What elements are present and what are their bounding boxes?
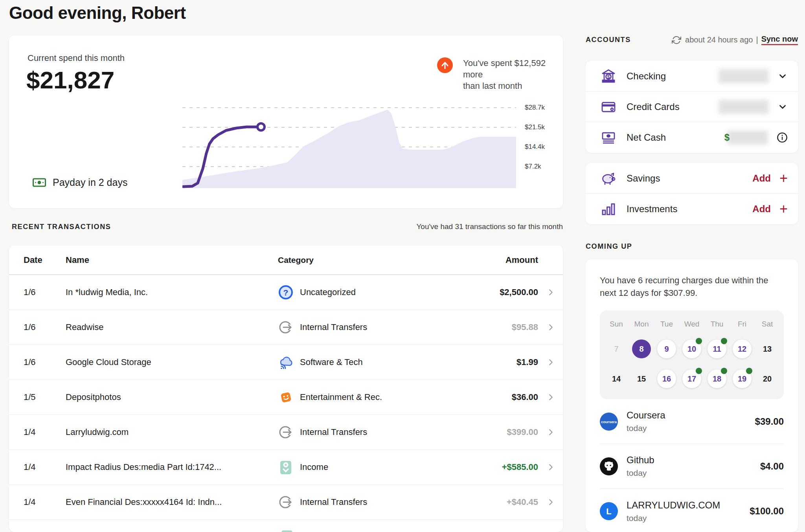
payday-indicator: Payday in 2 days <box>32 177 127 188</box>
table-row[interactable]: 1/4 Larryludwig.com Internal Transfers $… <box>9 415 563 450</box>
chevron-right-icon[interactable] <box>538 428 563 437</box>
column-header-name: Name <box>66 255 278 265</box>
event-dot <box>696 338 702 344</box>
refresh-icon[interactable] <box>672 35 681 45</box>
cash-icon <box>601 130 616 145</box>
recent-transactions-title: RECENT TRANSACTIONS <box>12 223 111 231</box>
column-header-amount: Amount <box>473 255 538 265</box>
bank-icon: $ <box>601 68 616 84</box>
spend-label: Current spend this month <box>28 53 125 63</box>
calendar-day[interactable]: 18 <box>704 369 730 388</box>
calendar-day[interactable]: 16 <box>654 369 679 388</box>
uncategorized-icon: ? <box>278 284 294 300</box>
spend-chart <box>182 101 516 189</box>
add-savings-button[interactable]: Add + <box>752 172 788 184</box>
calendar-day[interactable]: 11 <box>704 339 730 358</box>
chevron-right-icon[interactable] <box>538 393 563 402</box>
banknote-icon <box>32 177 46 188</box>
plus-icon: + <box>779 172 788 184</box>
chevron-down-icon[interactable] <box>777 102 788 112</box>
calendar-day[interactable]: 19 <box>730 369 755 388</box>
svg-text:L: L <box>606 506 611 516</box>
account-row-investments[interactable]: Investments Add + <box>586 194 798 224</box>
event-dot <box>721 368 727 374</box>
calendar-day: 14 <box>604 369 629 388</box>
recurring-summary: You have 6 recurring charges due within … <box>600 274 784 299</box>
chevron-right-icon[interactable] <box>538 323 563 332</box>
recurring-charge-row[interactable]: L LARRYLUDWIG.COM today $100.00 <box>600 489 784 532</box>
bar-chart-icon <box>601 201 616 217</box>
chevron-right-icon[interactable] <box>538 463 563 471</box>
recurring-charge-row[interactable]: coursera Coursera today $39.00 <box>600 399 784 444</box>
entertainment-icon <box>278 389 294 405</box>
coming-up-title: COMING UP <box>586 242 632 251</box>
table-header-row: Date Name Category Amount <box>9 246 563 275</box>
net-cash-currency: $ <box>724 132 730 143</box>
event-dot <box>721 338 727 344</box>
spend-delta: You've spent $12,592 more than last mont… <box>437 57 563 92</box>
table-row-partial <box>9 520 563 532</box>
internal-transfer-icon <box>278 424 294 440</box>
chart-axis-labels: $28.7k $21.5k $14.4k $7.2k <box>525 101 560 189</box>
svg-text:$: $ <box>607 74 610 79</box>
calendar-day[interactable]: 17 <box>679 369 704 388</box>
masked-balance <box>719 69 769 83</box>
account-row-credit-cards[interactable]: Credit Cards <box>586 92 798 122</box>
plus-icon: + <box>779 203 788 215</box>
coming-up-card: You have 6 recurring charges due within … <box>586 259 798 532</box>
larryludwig-logo: L <box>600 502 618 520</box>
piggy-bank-icon <box>601 171 616 186</box>
last-month-area <box>182 110 516 188</box>
transactions-summary: You've had 31 transactions so far this m… <box>416 222 563 231</box>
internal-transfer-icon <box>278 494 294 510</box>
arrow-up-icon <box>437 57 453 73</box>
internal-transfer-icon <box>278 319 294 335</box>
current-spend-card: Current spend this month $21,827 You've … <box>9 35 563 208</box>
table-row[interactable]: 1/6 Google Cloud Storage Software & Tech… <box>9 345 563 380</box>
software-tech-icon <box>278 354 294 370</box>
calendar-day[interactable]: 12 <box>730 339 755 358</box>
spend-delta-text: You've spent $12,592 more than last mont… <box>463 57 563 92</box>
event-dot <box>746 368 752 374</box>
chevron-down-icon[interactable] <box>777 71 788 81</box>
chevron-right-icon[interactable] <box>538 358 563 367</box>
income-icon <box>279 529 295 532</box>
recurring-charge-row[interactable]: Github today $4.00 <box>600 444 784 489</box>
sync-now-link[interactable]: Sync now <box>761 35 798 45</box>
github-logo <box>600 457 618 475</box>
page-title: Good evening, Robert <box>9 3 186 23</box>
svg-text:coursera: coursera <box>601 420 617 424</box>
add-investments-button[interactable]: Add + <box>752 203 788 215</box>
chevron-right-icon[interactable] <box>538 288 563 297</box>
calendar-day[interactable]: 8 <box>629 339 654 358</box>
accounts-title: ACCOUNTS <box>586 36 631 44</box>
calendar-day[interactable]: 10 <box>679 339 704 358</box>
accounts-card: $ Checking Credit Cards <box>586 61 798 153</box>
info-icon[interactable] <box>777 132 788 143</box>
sync-divider: | <box>756 35 758 44</box>
calendar-day: 20 <box>755 369 780 388</box>
credit-card-icon <box>601 99 616 115</box>
calendar-day[interactable]: 9 <box>654 339 679 358</box>
svg-text:?: ? <box>283 288 289 297</box>
table-row[interactable]: 1/6 Readwise Internal Transfers $95.88 <box>9 310 563 345</box>
masked-balance <box>719 100 769 114</box>
calendar-day: 7 <box>604 339 629 358</box>
account-row-savings[interactable]: Savings Add + <box>586 163 798 194</box>
chevron-right-icon[interactable] <box>538 498 563 506</box>
table-row[interactable]: 1/5 Depositphotos Entertainment & Rec. $… <box>9 380 563 415</box>
calendar-day: 13 <box>755 339 780 358</box>
account-row-net-cash[interactable]: Net Cash $ <box>586 122 798 153</box>
coursera-logo: coursera <box>600 413 618 431</box>
line-end-marker <box>257 123 265 130</box>
masked-balance <box>727 130 768 145</box>
account-row-checking[interactable]: $ Checking <box>586 61 798 92</box>
transactions-table: Date Name Category Amount 1/6 In *ludwig… <box>9 246 563 532</box>
table-row[interactable]: 1/4 Impact Radius Des:media Part Id:1742… <box>9 450 563 485</box>
sync-status: about 24 hours ago <box>685 35 753 44</box>
recurring-calendar: Sun Mon Tue Wed Thu Fri Sat 7 8 9 10 11 … <box>600 310 784 399</box>
table-row[interactable]: 1/6 In *ludwig Media, Inc. ? Uncategoriz… <box>9 275 563 310</box>
table-row[interactable]: 1/4 Even Financial Des:xxxxx4164 Id: Ind… <box>9 485 563 520</box>
payday-text: Payday in 2 days <box>53 177 127 188</box>
dashboard-page: Good evening, Robert Current spend this … <box>0 0 805 532</box>
